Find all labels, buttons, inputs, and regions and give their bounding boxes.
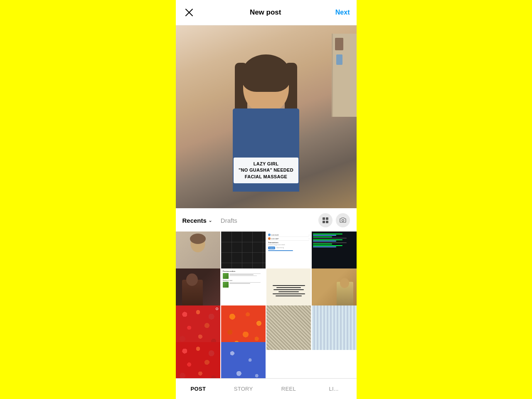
phone-container: New post Next LAZY GIRL "NO GUA [176,0,357,399]
hair [242,54,290,92]
chevron-down-icon: ⌄ [208,217,212,223]
tab-live[interactable]: LI... [311,379,357,399]
drafts-button[interactable]: Drafts [221,217,237,224]
shelf-bg [332,34,357,117]
image-text-overlay: LAZY GIRL "NO GUASHA" NEEDED FACIAL MASS… [234,158,298,183]
tab-bar: POST STORY REEL LI... [176,378,357,399]
tab-post[interactable]: POST [176,379,221,399]
tab-reel[interactable]: REEL [266,379,311,399]
album-bar-icons [318,213,350,227]
preview-area: LAZY GIRL "NO GUASHA" NEEDED FACIAL MASS… [176,25,357,208]
shelf-item [335,38,343,50]
svg-rect-4 [323,221,325,223]
gallery-item[interactable] [176,342,220,378]
svg-rect-2 [323,217,325,220]
preview-image: LAZY GIRL "NO GUASHA" NEEDED FACIAL MASS… [176,25,357,208]
woman-figure [224,50,308,208]
gallery-item[interactable] [266,305,311,350]
gallery-item[interactable] [221,342,266,378]
page-title: New post [250,8,281,17]
camera-button[interactable] [336,213,350,227]
recents-label: Recents [182,217,207,224]
bottom-section: Recents ⌄ Drafts [176,208,357,399]
header: New post Next [176,0,357,25]
album-bar: Recents ⌄ Drafts [176,208,357,232]
svg-rect-3 [326,217,328,220]
tab-story[interactable]: STORY [221,379,266,399]
gallery-item[interactable] [312,305,356,350]
shelf-item [336,54,342,65]
svg-rect-5 [326,221,328,223]
close-button[interactable] [182,6,196,19]
grid-view-button[interactable] [318,213,332,227]
recents-button[interactable]: Recents ⌄ [182,217,212,224]
gallery-grid: 0:00 0.00 EUR › [176,232,357,378]
next-button[interactable]: Next [335,9,350,16]
overlay-text: LAZY GIRL "NO GUASHA" NEEDED FACIAL MASS… [239,161,293,180]
svg-point-6 [342,219,344,222]
